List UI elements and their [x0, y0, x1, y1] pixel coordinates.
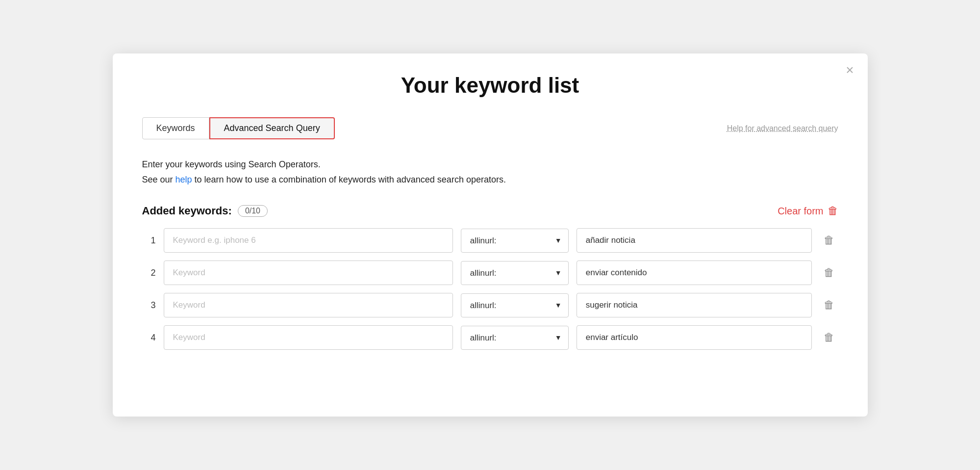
- value-input-2[interactable]: [577, 261, 812, 285]
- tabs-row: Keywords Advanced Search Query Help for …: [142, 117, 838, 139]
- tabs-container: Keywords Advanced Search Query: [142, 117, 335, 139]
- help-link[interactable]: Help for advanced search query: [727, 124, 838, 133]
- keyword-row-3: 3 allinurl: allintitle: allintext: site:…: [142, 293, 838, 317]
- tab-advanced-search-query[interactable]: Advanced Search Query: [209, 117, 335, 139]
- operator-select-4[interactable]: allinurl: allintitle: allintext: site: i…: [461, 326, 569, 350]
- operator-select-2[interactable]: allinurl: allintitle: allintext: site: i…: [461, 261, 569, 285]
- keyword-row-4: 4 allinurl: allintitle: allintext: site:…: [142, 325, 838, 350]
- operator-select-3[interactable]: allinurl: allintitle: allintext: site: i…: [461, 293, 569, 317]
- clear-form-label: Clear form: [778, 206, 823, 217]
- keyword-input-3[interactable]: [164, 293, 453, 317]
- tab-keywords[interactable]: Keywords: [142, 117, 209, 139]
- trash-icon-2: 🗑: [824, 266, 834, 279]
- delete-row-button-3[interactable]: 🗑: [820, 297, 838, 313]
- keyword-input-2[interactable]: [164, 261, 453, 285]
- description-line2-prefix: See our: [142, 175, 176, 184]
- row-number-3: 3: [142, 300, 156, 311]
- trash-icon-1: 🗑: [824, 234, 834, 246]
- description-line2: See our help to learn how to use a combi…: [142, 172, 838, 187]
- description-help-link[interactable]: help: [176, 175, 192, 184]
- keywords-count-badge: 0/10: [238, 205, 268, 217]
- description-line1: Enter your keywords using Search Operato…: [142, 157, 838, 172]
- description-line2-suffix: to learn how to use a combination of key…: [192, 175, 506, 184]
- keyword-row-2: 2 allinurl: allintitle: allintext: site:…: [142, 261, 838, 285]
- value-input-1[interactable]: [577, 228, 812, 253]
- delete-row-button-1[interactable]: 🗑: [820, 232, 838, 249]
- row-number-4: 4: [142, 333, 156, 343]
- modal-title: Your keyword list: [142, 73, 838, 98]
- added-keywords-text: Added keywords:: [142, 205, 232, 217]
- description-block: Enter your keywords using Search Operato…: [142, 157, 838, 187]
- keyword-input-4[interactable]: [164, 325, 453, 350]
- delete-row-button-4[interactable]: 🗑: [820, 329, 838, 346]
- operator-select-wrapper-2: allinurl: allintitle: allintext: site: i…: [461, 261, 569, 285]
- modal-container: × Your keyword list Keywords Advanced Se…: [113, 53, 868, 417]
- trash-icon-3: 🗑: [824, 299, 834, 311]
- operator-select-wrapper-3: allinurl: allintitle: allintext: site: i…: [461, 293, 569, 317]
- clear-form-trash-icon: 🗑: [828, 205, 838, 217]
- keyword-input-1[interactable]: [164, 228, 453, 253]
- clear-form-button[interactable]: Clear form 🗑: [778, 205, 838, 217]
- row-number-1: 1: [142, 235, 156, 246]
- close-button[interactable]: ×: [846, 63, 854, 77]
- keywords-header: Added keywords: 0/10 Clear form 🗑: [142, 205, 838, 217]
- trash-icon-4: 🗑: [824, 331, 834, 343]
- row-number-2: 2: [142, 268, 156, 278]
- operator-select-wrapper-1: allinurl: allintitle: allintext: site: i…: [461, 229, 569, 253]
- keyword-row-1: 1 allinurl: allintitle: allintext: site:…: [142, 228, 838, 253]
- delete-row-button-2[interactable]: 🗑: [820, 264, 838, 281]
- operator-select-1[interactable]: allinurl: allintitle: allintext: site: i…: [461, 229, 569, 253]
- value-input-4[interactable]: [577, 325, 812, 350]
- operator-select-wrapper-4: allinurl: allintitle: allintext: site: i…: [461, 326, 569, 350]
- value-input-3[interactable]: [577, 293, 812, 317]
- keywords-label: Added keywords: 0/10: [142, 205, 268, 217]
